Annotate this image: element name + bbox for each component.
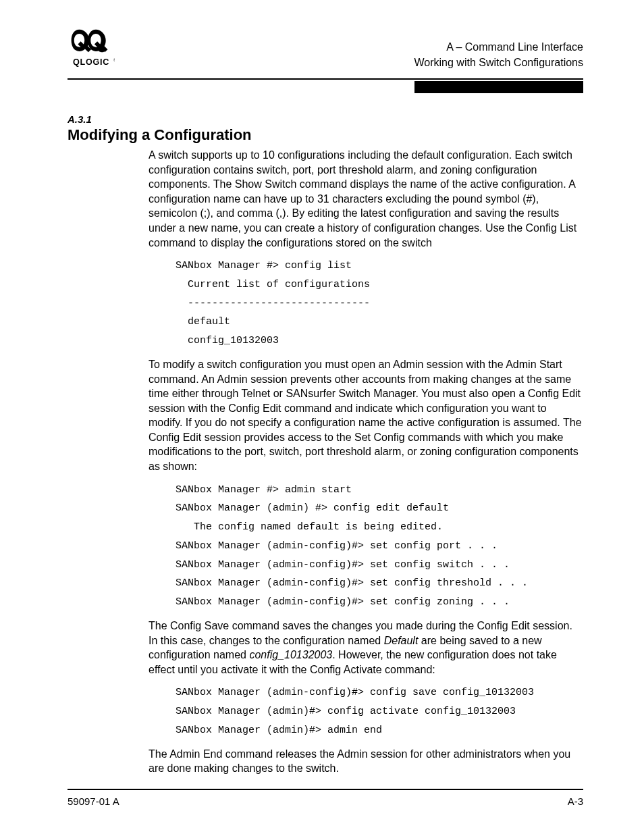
header-line-1: A – Command Line Interface [414,40,583,55]
page-header: QLOGIC ® A – Command Line Interface Work… [68,27,583,76]
header-text: A – Command Line Interface Working with … [414,40,583,70]
header-line-2: Working with Switch Configurations [414,55,583,70]
page: QLOGIC ® A – Command Line Interface Work… [0,0,644,834]
footer-right: A-3 [568,796,583,807]
paragraph-4: The Admin End command releases the Admin… [149,747,583,776]
section-number: A.3.1 [68,113,583,125]
code-block-1: SANbox Manager #> config list Current li… [176,257,583,350]
code-block-3: SANbox Manager (admin-config)#> config s… [176,683,583,739]
svg-text:®: ® [113,58,115,62]
para3-italic-1: Default [384,635,419,646]
footer-left: 59097-01 A [68,796,119,807]
code-block-2: SANbox Manager #> admin start SANbox Man… [176,481,583,612]
header-black-bar [414,81,583,93]
qlogic-logo: QLOGIC ® [68,27,115,70]
paragraph-3: The Config Save command saves the change… [149,619,583,677]
page-footer: 59097-01 A A-3 [68,789,583,807]
paragraph-1: A switch supports up to 10 configuration… [149,148,583,250]
section-title: Modifying a Configuration [68,126,583,144]
svg-text:QLOGIC: QLOGIC [73,57,109,67]
para3-italic-2: config_10132003 [249,649,332,660]
paragraph-2: To modify a switch configuration you mus… [149,357,583,474]
header-rule [68,78,583,80]
